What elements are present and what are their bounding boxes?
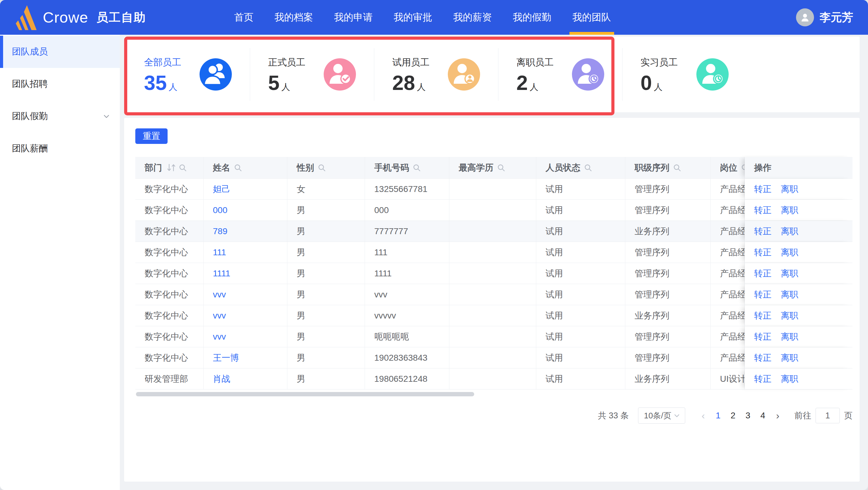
cell-department: 数字化中心 xyxy=(135,200,204,221)
column-label: 岗位 xyxy=(720,162,737,174)
sort-icon[interactable] xyxy=(166,163,177,172)
next-page-icon[interactable]: › xyxy=(770,411,785,421)
action-regularize-link[interactable]: 转正 xyxy=(754,225,772,237)
column-header-5[interactable]: 最高学历 xyxy=(450,157,536,178)
employee-name-link[interactable]: vvv xyxy=(213,290,226,300)
employee-name-link[interactable]: 肖战 xyxy=(213,373,230,385)
cell-name: 1111 xyxy=(204,263,287,284)
column-header-1[interactable]: 部门 xyxy=(135,157,204,178)
cell-actions: 转正离职 xyxy=(745,368,852,389)
action-resign-link[interactable]: 离职 xyxy=(781,204,798,216)
action-regularize-link[interactable]: 转正 xyxy=(754,268,772,280)
stat-info: 实习员工0人 xyxy=(641,56,678,93)
action-resign-link[interactable]: 离职 xyxy=(781,268,798,280)
cell-actions: 转正离职 xyxy=(745,178,852,199)
action-resign-link[interactable]: 离职 xyxy=(781,373,798,385)
search-icon[interactable] xyxy=(673,164,681,172)
cell-rank-sequence: 管理序列 xyxy=(625,347,711,368)
sidebar-item-4[interactable]: 团队薪酬 xyxy=(0,132,120,165)
goto-page-input[interactable] xyxy=(815,408,840,423)
action-regularize-link[interactable]: 转正 xyxy=(754,331,772,343)
action-resign-link[interactable]: 离职 xyxy=(781,289,798,300)
cell-status: 试用 xyxy=(536,178,625,199)
page-number-4[interactable]: 4 xyxy=(755,411,770,421)
action-resign-link[interactable]: 离职 xyxy=(781,247,798,258)
page-size-select[interactable]: 10条/页 xyxy=(638,407,685,424)
stat-card-3: 试用员工28人 xyxy=(374,48,498,101)
search-icon[interactable] xyxy=(741,164,745,172)
column-header-6[interactable]: 人员状态 xyxy=(536,157,625,178)
nav-item-4[interactable]: 我的审批 xyxy=(383,0,443,35)
cell-department: 研发管理部 xyxy=(135,368,204,389)
username: 李元芳 xyxy=(819,10,853,25)
scrollbar-thumb[interactable] xyxy=(136,392,474,396)
cell-position: 产品经理 xyxy=(711,200,745,221)
nav-item-6[interactable]: 我的假勤 xyxy=(502,0,562,35)
cell-status: 试用 xyxy=(536,284,625,305)
sidebar-item-2[interactable]: 团队招聘 xyxy=(0,68,120,100)
nav-item-3[interactable]: 我的申请 xyxy=(324,0,383,35)
cell-gender: 男 xyxy=(287,221,365,241)
cell-position: 产品经理 xyxy=(711,178,745,199)
cell-phone: 1111 xyxy=(365,263,450,284)
cell-gender: 男 xyxy=(287,284,365,305)
column-header-3[interactable]: 性别 xyxy=(287,157,365,178)
column-header-7[interactable]: 职级序列 xyxy=(625,157,711,178)
column-header-2[interactable]: 姓名 xyxy=(204,157,287,178)
action-resign-link[interactable]: 离职 xyxy=(781,310,798,322)
nav-item-5[interactable]: 我的薪资 xyxy=(443,0,502,35)
employee-name-link[interactable]: 111 xyxy=(213,248,226,257)
action-resign-link[interactable]: 离职 xyxy=(781,225,798,237)
search-icon[interactable] xyxy=(497,164,505,172)
page-number-1[interactable]: 1 xyxy=(711,411,725,421)
employee-name-link[interactable]: vvv xyxy=(213,311,226,321)
action-resign-link[interactable]: 离职 xyxy=(781,331,798,343)
cell-name: 111 xyxy=(204,242,287,263)
action-regularize-link[interactable]: 转正 xyxy=(754,289,772,300)
action-regularize-link[interactable]: 转正 xyxy=(754,310,772,322)
sidebar-item-3[interactable]: 团队假勤 xyxy=(0,100,120,132)
stat-unit: 人 xyxy=(281,83,290,92)
employee-name-link[interactable]: 1111 xyxy=(213,268,230,279)
nav-item-7[interactable]: 我的团队 xyxy=(562,0,622,35)
table-row: 数字化中心vvv男呃呃呃呃试用管理序列产品经理转正离职 xyxy=(135,326,852,347)
employee-name-link[interactable]: 妲己 xyxy=(213,183,230,195)
column-header-4[interactable]: 手机号码 xyxy=(365,157,450,178)
column-label: 姓名 xyxy=(213,162,230,174)
cell-status: 试用 xyxy=(536,347,625,368)
goto-label: 前往 xyxy=(795,410,811,421)
action-regularize-link[interactable]: 转正 xyxy=(754,247,772,258)
reset-button[interactable]: 重置 xyxy=(135,128,167,144)
cell-status: 试用 xyxy=(536,263,625,284)
employee-name-link[interactable]: 王一博 xyxy=(213,352,239,364)
action-resign-link[interactable]: 离职 xyxy=(781,352,798,364)
cell-name: 789 xyxy=(204,221,287,241)
search-icon[interactable] xyxy=(413,164,421,172)
cell-actions: 转正离职 xyxy=(745,242,852,263)
search-icon[interactable] xyxy=(584,164,592,172)
prev-page-icon[interactable]: ‹ xyxy=(696,411,711,421)
cell-name: 000 xyxy=(204,200,287,221)
search-icon[interactable] xyxy=(179,164,187,172)
table-row: 数字化中心王一博男19028363843试用管理序列产品经理转正离职 xyxy=(135,347,852,368)
sidebar-item-1[interactable]: 团队成员 xyxy=(0,36,120,68)
column-header-8[interactable]: 岗位 xyxy=(711,157,745,178)
cell-phone: 000 xyxy=(365,200,450,221)
action-regularize-link[interactable]: 转正 xyxy=(754,183,772,195)
search-icon[interactable] xyxy=(234,164,242,172)
nav-item-1[interactable]: 首页 xyxy=(224,0,264,35)
action-regularize-link[interactable]: 转正 xyxy=(754,373,772,385)
user-menu[interactable]: 李元芳 xyxy=(796,0,853,35)
nav-item-2[interactable]: 我的档案 xyxy=(264,0,324,35)
employee-name-link[interactable]: vvv xyxy=(213,332,226,342)
employee-name-link[interactable]: 789 xyxy=(213,226,227,236)
action-regularize-link[interactable]: 转正 xyxy=(754,204,772,216)
page-number-3[interactable]: 3 xyxy=(740,411,755,421)
action-resign-link[interactable]: 离职 xyxy=(781,183,798,195)
page-number-2[interactable]: 2 xyxy=(725,411,740,421)
action-regularize-link[interactable]: 转正 xyxy=(754,352,772,364)
user-avatar-icon[interactable] xyxy=(796,8,814,26)
search-icon[interactable] xyxy=(318,164,326,172)
column-header-9: 操作 xyxy=(745,157,852,178)
employee-name-link[interactable]: 000 xyxy=(213,205,227,215)
